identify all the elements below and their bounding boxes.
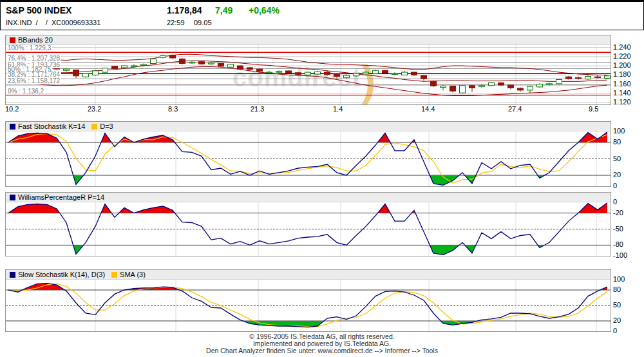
- date-axis-label: 23.2: [88, 105, 101, 113]
- fast-stochastic-legend: Fast Stochastik K=14 D=3: [6, 122, 611, 131]
- price-change-percent: +0,64%: [249, 5, 279, 15]
- price-chart-legend: BBands 20: [6, 35, 611, 45]
- fast-k-legend-label: Fast Stochastik K=14: [18, 122, 85, 131]
- fib-level-label: 23,6% : 1.158,172: [6, 78, 61, 84]
- slow-k-swatch-icon: [10, 272, 15, 278]
- last-price: 1.178,84: [167, 5, 202, 15]
- fib-level-label: 100% : 1.229,3: [6, 45, 52, 52]
- bbands-legend-label: BBands 20: [18, 35, 53, 44]
- price-axis-label: 1.140: [613, 90, 631, 97]
- indicator-axis-label: 0: [613, 327, 617, 334]
- date-axis-label: 9.5: [589, 105, 598, 113]
- candlestick-chart: [6, 45, 611, 104]
- chart-analyzer-page: S&P 500 INDEX 1.178,84 7,49 +0,64% INX.I…: [0, 0, 644, 357]
- fib-level-label: 0% : 1.136,2: [6, 88, 45, 95]
- indicator-axis-label: -50: [613, 226, 623, 233]
- quote-time: 22:59: [167, 19, 185, 26]
- williams-legend-label: WilliamsPercentageR P=14: [18, 193, 104, 202]
- indicator-axis-label: 50: [613, 155, 621, 162]
- slow-stochastic-panel: Slow Stochastik K(14), D(3) SMA (3): [5, 269, 611, 332]
- indicator-axis-label: 20: [613, 317, 621, 324]
- slow-stochastic-plot-area: [6, 280, 611, 331]
- price-axis-label: 1.120: [613, 99, 631, 106]
- fast-stochastic-panel: Fast Stochastik K=14 D=3: [5, 121, 611, 187]
- indicator-axis-label: 50: [613, 302, 621, 309]
- price-plot-area: comdirect) 100% : 1.229,376,4% : 1.207,3…: [6, 45, 611, 104]
- indicator-axis-label: 100: [613, 128, 625, 135]
- price-change: 7,49: [215, 5, 232, 15]
- indicator-axis-label: -80: [613, 241, 623, 248]
- williams-r-panel: WilliamsPercentageR P=14: [5, 192, 611, 256]
- slow-stochastic-legend: Slow Stochastik K(14), D(3) SMA (3): [6, 270, 611, 280]
- price-chart-panel: BBands 20 comdirect) 100% : 1.229,376,4%…: [5, 35, 611, 105]
- bbands-swatch-icon: [10, 37, 15, 43]
- indicator-axis-label: 0: [613, 182, 617, 189]
- slow-k-legend-label: Slow Stochastik K(14), D(3): [18, 270, 105, 279]
- indicator-axis-label: -100: [613, 252, 627, 259]
- indicator-axis-label: 80: [613, 139, 621, 146]
- indicator-axis-label: 80: [613, 286, 621, 293]
- footer: © 1996-2005 IS.Teledata AG, all rights r…: [0, 333, 644, 354]
- fast-stochastic-chart: [6, 131, 611, 186]
- price-axis-label: 1.220: [613, 53, 631, 60]
- williams-r-legend: WilliamsPercentageR P=14: [6, 193, 611, 202]
- price-axis-label: 1.160: [613, 81, 631, 88]
- indicator-axis-label: 100: [613, 276, 625, 283]
- date-axis-label: 1.4: [333, 105, 343, 113]
- slow-sma-legend-label: SMA (3): [120, 270, 146, 279]
- date-axis-label: 27.4: [508, 105, 522, 113]
- price-axis-label: 1.200: [613, 62, 631, 69]
- fast-d-swatch-icon: [91, 124, 97, 130]
- date-axis-label: 14.4: [421, 105, 435, 113]
- instrument-title: S&P 500 INDEX: [6, 5, 71, 15]
- indicator-axis-label: 0: [613, 198, 617, 206]
- price-axis-label: 1.180: [613, 71, 631, 78]
- fast-stochastic-plot-area: [6, 131, 611, 186]
- date-axis-label: 10.2: [5, 105, 19, 113]
- williams-r-plot-area: [6, 202, 611, 256]
- slow-sma-swatch-icon: [111, 272, 117, 278]
- williams-r-chart: [6, 202, 611, 256]
- header: S&P 500 INDEX 1.178,84 7,49 +0,64% INX.I…: [0, 0, 644, 30]
- williams-swatch-icon: [10, 195, 15, 200]
- quote-date: 09.05: [194, 19, 212, 26]
- footer-info: Den Chart Analyzer finden Sie unter: www…: [0, 347, 644, 354]
- fast-k-swatch-icon: [10, 124, 15, 130]
- date-axis-label: 8.3: [168, 105, 178, 113]
- indicator-axis-label: -20: [613, 209, 623, 217]
- date-axis-label: 21.3: [251, 105, 264, 113]
- fast-d-legend-label: D=3: [100, 122, 113, 131]
- price-axis-label: 1.240: [613, 44, 631, 51]
- slow-stochastic-chart: [6, 280, 611, 331]
- instrument-code: INX.IND / / XC0009693331: [6, 19, 100, 26]
- indicator-axis-label: 20: [613, 171, 621, 179]
